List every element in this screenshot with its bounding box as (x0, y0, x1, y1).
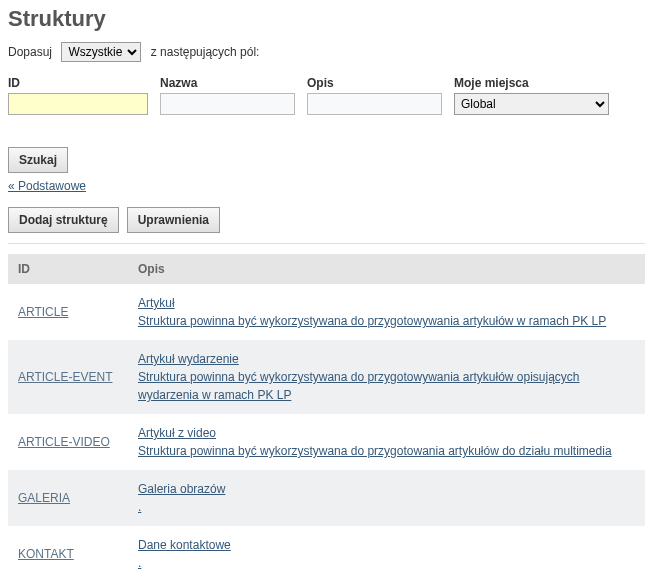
id-input[interactable] (8, 93, 148, 115)
table-row: KONTAKTDane kontaktowe. (8, 526, 645, 570)
row-title-link[interactable]: Dane kontaktowe (138, 538, 231, 552)
row-body-link[interactable]: Struktura powinna być wykorzystywana do … (138, 314, 606, 328)
name-label: Nazwa (160, 76, 295, 90)
match-suffix: z następujących pól: (151, 45, 260, 59)
th-desc: Opis (128, 254, 645, 284)
divider (8, 243, 645, 244)
page-title: Struktury (8, 6, 645, 32)
search-fields: ID Nazwa Opis Moje miejsca Global (8, 76, 645, 115)
row-id-link[interactable]: ARTICLE (18, 305, 68, 319)
row-id-link[interactable]: GALERIA (18, 491, 70, 505)
id-label: ID (8, 76, 148, 90)
table-row: ARTICLEArtykułStruktura powinna być wyko… (8, 284, 645, 340)
toggle-basic-link[interactable]: « Podstawowe (8, 179, 86, 193)
match-select[interactable]: Wszystkie (61, 42, 141, 62)
permissions-button[interactable]: Uprawnienia (127, 207, 220, 233)
place-select[interactable]: Global (454, 93, 609, 115)
row-body-link[interactable]: . (138, 500, 141, 514)
match-prefix: Dopasuj (8, 45, 52, 59)
search-button[interactable]: Szukaj (8, 147, 68, 173)
row-body-link[interactable]: Struktura powinna być wykorzystywana do … (138, 444, 612, 458)
th-id: ID (8, 254, 128, 284)
desc-input[interactable] (307, 93, 442, 115)
desc-label: Opis (307, 76, 442, 90)
row-body-link[interactable]: Struktura powinna być wykorzystywana do … (138, 370, 580, 402)
row-id-link[interactable]: ARTICLE-EVENT (18, 370, 112, 384)
table-row: ARTICLE-VIDEOArtykuł z videoStruktura po… (8, 414, 645, 470)
row-id-link[interactable]: ARTICLE-VIDEO (18, 435, 110, 449)
match-row: Dopasuj Wszystkie z następujących pól: (8, 42, 645, 62)
name-input[interactable] (160, 93, 295, 115)
results-table: ID Opis ARTICLEArtykułStruktura powinna … (8, 254, 645, 570)
place-label: Moje miejsca (454, 76, 609, 90)
row-title-link[interactable]: Artykuł (138, 296, 175, 310)
row-body-link[interactable]: . (138, 556, 141, 570)
table-row: ARTICLE-EVENTArtykuł wydarzenieStruktura… (8, 340, 645, 414)
row-title-link[interactable]: Galeria obrazów (138, 482, 225, 496)
row-id-link[interactable]: KONTAKT (18, 547, 74, 561)
row-title-link[interactable]: Artykuł wydarzenie (138, 352, 239, 366)
table-row: GALERIAGaleria obrazów. (8, 470, 645, 526)
add-structure-button[interactable]: Dodaj strukturę (8, 207, 119, 233)
row-title-link[interactable]: Artykuł z video (138, 426, 216, 440)
